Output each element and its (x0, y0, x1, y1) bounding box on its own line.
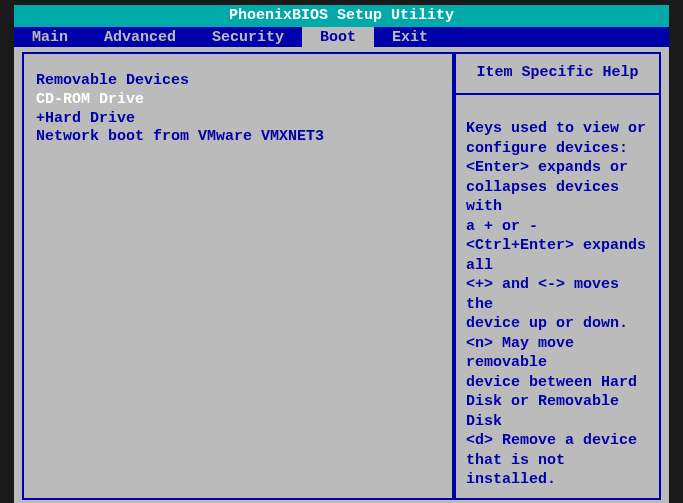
menu-main[interactable]: Main (14, 27, 86, 48)
boot-item-network[interactable]: Network boot from VMware VMXNET3 (36, 128, 440, 147)
bios-window: PhoenixBIOS Setup Utility Main Advanced … (14, 5, 669, 498)
help-panel: Item Specific Help Keys used to view or … (454, 52, 661, 500)
boot-item-harddrive[interactable]: +Hard Drive (36, 110, 440, 129)
menu-bar: Main Advanced Security Boot Exit (14, 27, 669, 47)
title-text: PhoenixBIOS Setup Utility (229, 7, 454, 24)
boot-order-panel: Removable Devices CD-ROM Drive +Hard Dri… (22, 52, 454, 500)
main-area: Removable Devices CD-ROM Drive +Hard Dri… (14, 47, 669, 503)
boot-item-cdrom[interactable]: CD-ROM Drive (36, 91, 440, 110)
help-body: Keys used to view or configure devices: … (454, 93, 661, 500)
menu-advanced[interactable]: Advanced (86, 27, 194, 48)
menu-exit[interactable]: Exit (374, 27, 446, 48)
title-bar: PhoenixBIOS Setup Utility (14, 5, 669, 27)
help-title: Item Specific Help (454, 52, 661, 93)
menu-security[interactable]: Security (194, 27, 302, 48)
menu-boot[interactable]: Boot (302, 27, 374, 48)
boot-item-removable[interactable]: Removable Devices (36, 72, 440, 91)
